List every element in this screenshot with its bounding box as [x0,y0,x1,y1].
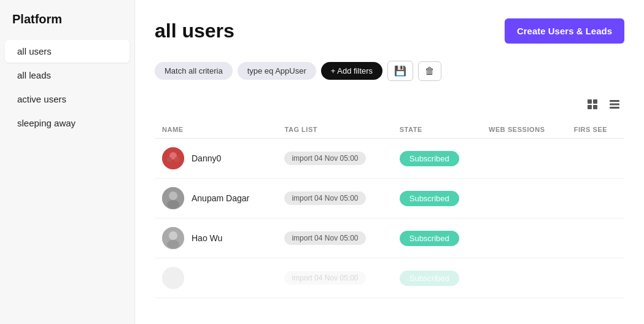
table-body: Danny0 import 04 Nov 05:00 Subscribed [155,139,624,298]
avatar [162,147,184,169]
avatar [162,267,184,289]
table-row[interactable]: Danny0 import 04 Nov 05:00 Subscribed [155,139,624,179]
cell-web-sessions [481,218,567,258]
state-badge: Subscribed [400,151,459,166]
col-web-sessions: WEB SESSIONS [481,121,567,139]
main-content: all users Create Users & Leads Match all… [135,0,644,324]
cell-tag: import 04 Nov 05:00 [277,179,392,218]
col-tag-list: TAG LIST [277,121,392,139]
sidebar-item-all-users[interactable]: all users [5,40,130,63]
view-toggle [155,96,624,116]
sidebar-item-sleeping-away[interactable]: sleeping away [5,112,130,134]
svg-rect-3 [593,105,597,109]
save-filter-button[interactable]: 💾 [387,61,413,81]
table-row[interactable]: import 04 Nov 05:00 Subscribed [155,258,624,298]
svg-point-15 [169,231,177,240]
tag-chip: import 04 Nov 05:00 [284,271,365,285]
grid-view-button[interactable] [583,96,602,116]
svg-point-12 [169,191,177,200]
cell-web-sessions [481,258,567,298]
col-state: STATE [392,121,481,139]
table-row[interactable]: Hao Wu import 04 Nov 05:00 Subscribed [155,218,624,258]
table-header: NAME TAG LIST STATE WEB SESSIONS FIRS SE… [155,121,624,139]
create-users-leads-button[interactable]: Create Users & Leads [505,18,624,44]
filter-row: Match all criteria type eq AppUser + Add… [155,61,624,81]
header-row: all users Create Users & Leads [155,18,624,44]
cell-first-seen [567,258,624,298]
svg-point-13 [167,200,179,209]
sidebar-item-active-users[interactable]: active users [5,88,130,110]
svg-rect-5 [610,104,619,106]
avatar [162,187,184,209]
sidebar-item-all-leads[interactable]: all leads [5,64,130,87]
user-name: Hao Wu [192,233,222,243]
svg-rect-6 [610,107,619,109]
col-first-seen: FIRS SEE [567,121,624,139]
save-icon: 💾 [394,65,406,77]
table-row[interactable]: Anupam Dagar import 04 Nov 05:00 Subscri… [155,179,624,218]
avatar [162,227,184,249]
cell-name [155,258,277,298]
users-table-wrapper: NAME TAG LIST STATE WEB SESSIONS FIRS SE… [155,121,624,298]
cell-first-seen [567,179,624,218]
user-name: Danny0 [192,153,221,163]
tag-chip: import 04 Nov 05:00 [284,152,365,165]
match-all-criteria-chip[interactable]: Match all criteria [155,62,233,80]
state-badge: Subscribed [400,191,459,206]
cell-first-seen [567,139,624,179]
cell-state: Subscribed [392,179,481,218]
svg-rect-2 [588,105,592,109]
tag-chip: import 04 Nov 05:00 [284,231,365,245]
cell-name: Danny0 [155,139,277,179]
svg-rect-0 [588,99,592,104]
cell-web-sessions [481,139,567,179]
page-title: all users [155,20,235,42]
svg-point-10 [174,157,179,162]
cell-tag: import 04 Nov 05:00 [277,139,392,179]
add-filters-button[interactable]: + Add filters [321,62,382,80]
type-filter-chip[interactable]: type eq AppUser [238,62,316,80]
cell-first-seen [567,218,624,258]
cell-tag: import 04 Nov 05:00 [277,258,392,298]
cell-name: Anupam Dagar [155,179,277,218]
cell-state: Subscribed [392,139,481,179]
list-view-button[interactable] [605,96,624,116]
sidebar: Platform all users all leads active user… [0,0,135,324]
col-name: NAME [155,121,277,139]
user-name: Anupam Dagar [192,193,249,203]
svg-point-17 [162,267,184,289]
delete-filter-button[interactable]: 🗑 [418,61,441,81]
svg-point-16 [167,240,179,249]
state-badge: Subscribed [400,231,459,246]
users-table: NAME TAG LIST STATE WEB SESSIONS FIRS SE… [155,121,624,298]
list-view-icon [608,101,621,113]
svg-point-9 [167,157,172,162]
sidebar-title: Platform [0,12,134,39]
delete-icon: 🗑 [425,66,435,77]
svg-rect-1 [593,99,597,104]
grid-view-icon [586,101,599,113]
cell-web-sessions [481,179,567,218]
cell-tag: import 04 Nov 05:00 [277,218,392,258]
cell-state: Subscribed [392,218,481,258]
cell-state: Subscribed [392,258,481,298]
cell-name: Hao Wu [155,218,277,258]
svg-rect-4 [610,100,619,102]
state-badge: Subscribed [400,271,459,286]
tag-chip: import 04 Nov 05:00 [284,191,365,205]
